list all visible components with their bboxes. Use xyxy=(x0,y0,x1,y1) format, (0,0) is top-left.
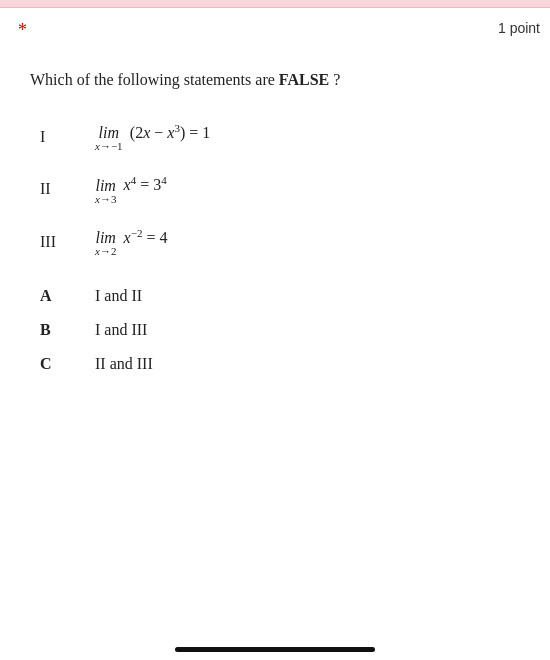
answer-row-C: C II and III xyxy=(40,355,520,373)
answers-list: A I and II B I and III C II and III xyxy=(40,287,520,373)
question-prefix: Which of the following statements are xyxy=(30,71,279,88)
answer-label-A: A xyxy=(40,287,95,305)
lim-expression-I: (2x − x3) = 1 xyxy=(127,122,211,142)
statement-content-II: lim x→3 x4 = 34 xyxy=(95,174,167,204)
required-star: * xyxy=(18,20,27,41)
lim-expression-III: x−2 = 4 xyxy=(120,227,167,247)
points-label: 1 point xyxy=(498,20,540,36)
lim-expression-II: x4 = 34 xyxy=(120,174,166,194)
question-suffix: ? xyxy=(329,71,340,88)
answer-label-B: B xyxy=(40,321,95,339)
statement-label-I: I xyxy=(40,128,95,146)
question-text: Which of the following statements are FA… xyxy=(30,68,520,92)
bottom-bar xyxy=(175,647,375,652)
answer-row-A: A I and II xyxy=(40,287,520,305)
answer-text-B: I and III xyxy=(95,321,147,339)
statement-row-II: II lim x→3 x4 = 34 xyxy=(40,174,520,204)
statement-label-II: II xyxy=(40,180,95,198)
answer-text-C: II and III xyxy=(95,355,153,373)
lim-symbol-I: lim x→−1 xyxy=(95,124,123,152)
statement-content-I: lim x→−1 (2x − x3) = 1 xyxy=(95,122,210,152)
top-bar xyxy=(0,0,550,8)
statement-row-I: I lim x→−1 (2x − x3) = 1 xyxy=(40,122,520,152)
answer-text-A: I and II xyxy=(95,287,142,305)
statement-row-III: III lim x→2 x−2 = 4 xyxy=(40,227,520,257)
lim-symbol-III: lim x→2 xyxy=(95,229,116,257)
statement-label-III: III xyxy=(40,233,95,251)
statement-content-III: lim x→2 x−2 = 4 xyxy=(95,227,167,257)
answer-row-B: B I and III xyxy=(40,321,520,339)
lim-symbol-II: lim x→3 xyxy=(95,177,116,205)
question-emphasis: FALSE xyxy=(279,71,329,88)
answer-label-C: C xyxy=(40,355,95,373)
statements-list: I lim x→−1 (2x − x3) = 1 II lim x→3 xyxy=(40,122,520,257)
question-container: Which of the following statements are FA… xyxy=(0,8,550,409)
